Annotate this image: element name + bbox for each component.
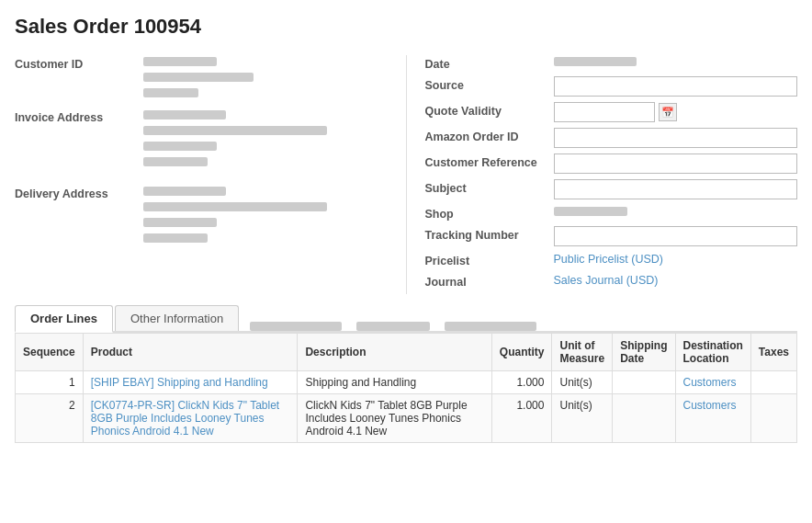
tracking-number-value[interactable] xyxy=(554,226,798,246)
tab-other-information[interactable]: Other Information xyxy=(115,305,239,331)
pricelist-label: Pricelist xyxy=(425,252,554,267)
form-left: Customer ID Invoice Address xyxy=(15,55,406,294)
pricelist-link[interactable]: Public Pricelist (USD) xyxy=(554,253,663,266)
cell-shipping-date xyxy=(613,394,675,443)
customer-id-label: Customer ID xyxy=(15,55,143,71)
tab-blurred-1 xyxy=(250,322,342,331)
table-header-row: Sequence Product Description Quantity Un… xyxy=(16,334,797,371)
table-row: 2 [CK0774-PR-SR] ClickN Kids 7" Tablet 8… xyxy=(16,394,797,443)
cell-sequence: 1 xyxy=(16,371,84,394)
amazon-order-id-label: Amazon Order ID xyxy=(425,128,554,143)
journal-value[interactable]: Sales Journal (USD) xyxy=(554,273,798,287)
col-description: Description xyxy=(298,334,491,371)
form-section: Customer ID Invoice Address xyxy=(15,55,797,294)
date-value xyxy=(554,55,798,70)
customer-id-value xyxy=(143,55,388,99)
cell-destination-location: Customers xyxy=(675,371,750,394)
col-destination-location: DestinationLocation xyxy=(675,334,750,371)
tracking-number-row: Tracking Number xyxy=(425,226,798,246)
pricelist-row: Pricelist Public Pricelist (USD) xyxy=(425,252,798,267)
subject-value[interactable] xyxy=(554,179,798,199)
product-link[interactable]: [SHIP EBAY] Shipping and Handling xyxy=(91,376,268,389)
delivery-address-value xyxy=(143,185,388,244)
delivery-address-label: Delivery Address xyxy=(15,185,143,200)
subject-input[interactable] xyxy=(554,179,798,199)
col-sequence: Sequence xyxy=(16,334,84,371)
form-right: Date Source Quote Validity 📅 Amazon Orde… xyxy=(406,55,798,294)
tab-blurred-3 xyxy=(445,322,536,331)
source-value[interactable] xyxy=(554,76,798,97)
invoice-address-label: Invoice Address xyxy=(15,108,143,124)
source-label: Source xyxy=(425,76,554,92)
tab-blurred-2 xyxy=(356,322,430,331)
amazon-order-id-input[interactable] xyxy=(554,128,798,148)
destination-link-2[interactable]: Customers xyxy=(683,399,737,412)
cell-description: Shipping and Handling xyxy=(298,371,491,394)
col-quantity: Quantity xyxy=(491,334,552,371)
cell-taxes xyxy=(750,371,796,394)
shop-value xyxy=(554,205,798,220)
cell-product[interactable]: [SHIP EBAY] Shipping and Handling xyxy=(83,371,298,394)
source-input[interactable] xyxy=(554,76,798,97)
page-title: Sales Order 100954 xyxy=(15,15,797,39)
pricelist-value[interactable]: Public Pricelist (USD) xyxy=(554,252,798,266)
destination-link[interactable]: Customers xyxy=(683,376,737,389)
customer-reference-value[interactable] xyxy=(554,153,798,174)
cell-quantity: 1.000 xyxy=(491,394,552,443)
amazon-order-id-row: Amazon Order ID xyxy=(425,128,798,148)
shop-label: Shop xyxy=(425,205,554,221)
source-row: Source xyxy=(425,76,798,97)
journal-label: Journal xyxy=(425,273,554,289)
tab-order-lines[interactable]: Order Lines xyxy=(15,305,113,333)
tracking-number-label: Tracking Number xyxy=(425,226,554,242)
journal-row: Journal Sales Journal (USD) xyxy=(425,273,798,289)
cell-quantity: 1.000 xyxy=(491,371,552,394)
subject-label: Subject xyxy=(425,179,554,195)
customer-reference-input[interactable] xyxy=(554,153,798,174)
col-unit-of-measure: Unit ofMeasure xyxy=(552,334,613,371)
tracking-number-input[interactable] xyxy=(554,226,798,246)
quote-validity-value[interactable]: 📅 xyxy=(554,102,798,122)
col-shipping-date: ShippingDate xyxy=(613,334,675,371)
customer-reference-row: Customer Reference xyxy=(425,153,798,174)
cell-unit-of-measure: Unit(s) xyxy=(552,394,613,443)
customer-id-row: Customer ID xyxy=(15,55,388,99)
subject-row: Subject xyxy=(425,179,798,199)
cell-description: ClickN Kids 7" Tablet 8GB Purple Include… xyxy=(298,394,491,443)
customer-reference-label: Customer Reference xyxy=(425,153,554,169)
col-taxes: Taxes xyxy=(750,334,796,371)
quote-validity-label: Quote Validity xyxy=(425,102,554,118)
journal-link[interactable]: Sales Journal (USD) xyxy=(554,274,659,287)
shop-row: Shop xyxy=(425,205,798,221)
calendar-button[interactable]: 📅 xyxy=(659,103,677,121)
quote-validity-input[interactable] xyxy=(554,102,655,122)
cell-unit-of-measure: Unit(s) xyxy=(552,371,613,394)
cell-destination-location: Customers xyxy=(675,394,750,443)
col-product: Product xyxy=(83,334,298,371)
cell-sequence: 2 xyxy=(16,394,84,443)
cell-taxes xyxy=(750,394,796,443)
delivery-address-row: Delivery Address xyxy=(15,185,388,244)
cell-product[interactable]: [CK0774-PR-SR] ClickN Kids 7" Tablet 8GB… xyxy=(83,394,298,443)
invoice-address-row: Invoice Address xyxy=(15,108,388,168)
invoice-address-value xyxy=(143,108,388,168)
quote-validity-row: Quote Validity 📅 xyxy=(425,102,798,122)
table-row: 1 [SHIP EBAY] Shipping and Handling Ship… xyxy=(16,371,797,394)
product-link-2[interactable]: [CK0774-PR-SR] ClickN Kids 7" Tablet 8GB… xyxy=(91,399,279,438)
date-label: Date xyxy=(425,55,554,71)
date-row: Date xyxy=(425,55,798,71)
order-lines-table: Sequence Product Description Quantity Un… xyxy=(15,333,797,443)
tabs-container: Order Lines Other Information xyxy=(15,305,797,333)
cell-shipping-date xyxy=(613,371,675,394)
amazon-order-id-value[interactable] xyxy=(554,128,798,148)
